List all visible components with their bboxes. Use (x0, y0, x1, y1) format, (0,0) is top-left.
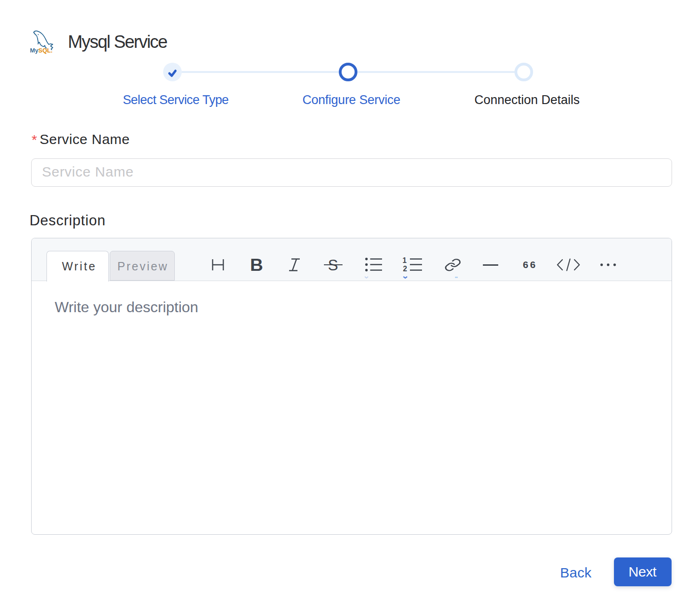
svg-text:B: B (250, 256, 263, 275)
svg-text:66: 66 (523, 259, 537, 270)
svg-text:2: 2 (403, 265, 407, 273)
svg-text:1: 1 (402, 256, 407, 264)
